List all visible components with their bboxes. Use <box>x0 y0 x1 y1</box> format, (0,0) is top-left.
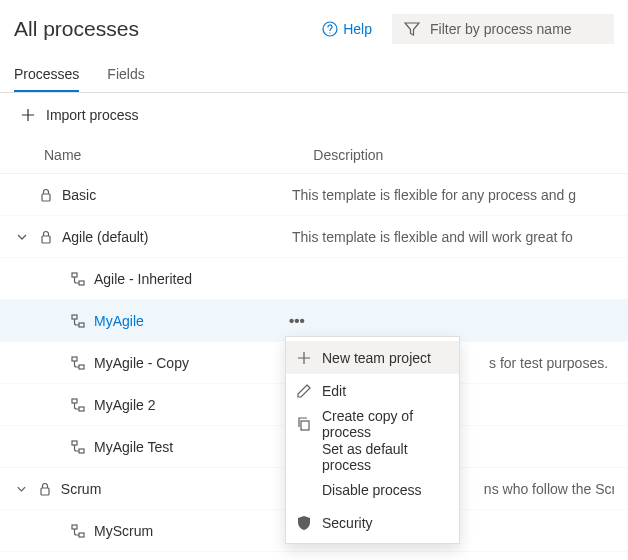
lock-icon <box>38 229 54 245</box>
inherited-icon <box>70 271 86 287</box>
inherited-icon <box>70 313 86 329</box>
col-description: Description <box>313 147 383 163</box>
filter-placeholder: Filter by process name <box>430 21 572 37</box>
svg-rect-12 <box>72 441 77 445</box>
svg-rect-8 <box>72 357 77 361</box>
svg-rect-2 <box>42 194 50 201</box>
svg-rect-11 <box>79 407 84 411</box>
svg-point-1 <box>330 32 331 33</box>
inherited-icon <box>70 439 86 455</box>
process-name: Basic <box>62 187 292 203</box>
plus-icon <box>20 107 36 123</box>
inherited-icon <box>70 355 86 371</box>
inherited-icon <box>70 523 86 539</box>
tab-bar: Processes Fields <box>0 58 628 93</box>
svg-rect-10 <box>72 399 77 403</box>
menu-label: Set as default process <box>322 441 449 473</box>
svg-rect-15 <box>72 525 77 529</box>
table-row[interactable]: Basic This template is flexible for any … <box>0 174 628 216</box>
ellipsis-icon: ••• <box>289 312 305 329</box>
shield-icon <box>296 515 312 531</box>
menu-label: Security <box>322 515 373 531</box>
copy-icon <box>296 416 312 432</box>
lock-icon <box>38 187 54 203</box>
process-desc: s for test purposes. <box>489 355 608 371</box>
process-desc: This template is flexible for any proces… <box>292 187 576 203</box>
page-title: All processes <box>14 17 139 41</box>
menu-label: Edit <box>322 383 346 399</box>
menu-security[interactable]: Security <box>286 506 459 539</box>
process-name: Agile (default) <box>62 229 292 245</box>
svg-rect-16 <box>79 533 84 537</box>
svg-rect-14 <box>41 488 49 495</box>
table-row[interactable]: Agile - Inherited <box>0 258 628 300</box>
chevron-down-icon[interactable] <box>14 481 29 497</box>
filter-input[interactable]: Filter by process name <box>392 14 614 44</box>
plus-icon <box>296 350 312 366</box>
svg-rect-9 <box>79 365 84 369</box>
pencil-icon <box>296 383 312 399</box>
inherited-icon <box>70 397 86 413</box>
menu-set-default[interactable]: Set as default process <box>286 440 459 473</box>
tab-processes[interactable]: Processes <box>14 58 79 92</box>
table-row[interactable]: Agile (default) This template is flexibl… <box>0 216 628 258</box>
svg-rect-13 <box>79 449 84 453</box>
help-link[interactable]: Help <box>322 21 372 37</box>
lock-icon <box>37 481 53 497</box>
process-name[interactable]: MyAgile <box>94 313 289 329</box>
chevron-down-icon[interactable] <box>14 229 30 245</box>
col-name: Name <box>44 147 81 163</box>
svg-rect-7 <box>79 323 84 327</box>
import-label: Import process <box>46 107 139 123</box>
tab-fields[interactable]: Fields <box>107 58 144 92</box>
process-desc: ns who follow the Scru <box>484 481 614 497</box>
svg-rect-6 <box>72 315 77 319</box>
menu-create-copy[interactable]: Create copy of process <box>286 407 459 440</box>
svg-rect-5 <box>79 281 84 285</box>
menu-disable[interactable]: Disable process <box>286 473 459 506</box>
menu-label: New team project <box>322 350 431 366</box>
filter-icon <box>404 21 420 37</box>
svg-rect-17 <box>301 421 309 430</box>
help-label: Help <box>343 21 372 37</box>
menu-label: Disable process <box>322 482 422 498</box>
menu-new-team-project[interactable]: New team project <box>286 341 459 374</box>
help-icon <box>322 21 338 37</box>
svg-rect-4 <box>72 273 77 277</box>
context-menu: New team project Edit Create copy of pro… <box>285 336 460 544</box>
svg-rect-3 <box>42 236 50 243</box>
menu-edit[interactable]: Edit <box>286 374 459 407</box>
more-actions-button[interactable]: ••• <box>289 312 319 329</box>
process-desc: This template is flexible and will work … <box>292 229 573 245</box>
table-header: Name Description <box>0 137 628 174</box>
import-process-button[interactable]: Import process <box>0 93 628 137</box>
process-name: Agile - Inherited <box>94 271 296 287</box>
menu-label: Create copy of process <box>322 408 449 440</box>
